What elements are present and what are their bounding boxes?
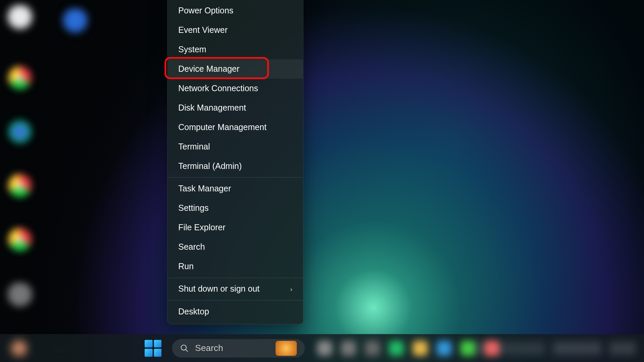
taskbar: Search — [0, 334, 644, 362]
winx-context-menu: Installed appsMobility CenterPower Optio… — [167, 0, 303, 324]
menu-item-label: Device Manager — [178, 64, 239, 74]
winx-item-network-connections[interactable]: Network Connections — [168, 79, 303, 98]
taskbar-system-tray[interactable] — [474, 342, 636, 355]
winx-item-disk-management[interactable]: Disk Management — [168, 98, 303, 118]
taskbar-app-icon[interactable] — [341, 341, 356, 356]
menu-item-label: System — [178, 45, 206, 54]
taskbar-search[interactable]: Search — [172, 339, 305, 357]
winx-item-terminal[interactable]: Terminal — [168, 137, 303, 157]
winx-item-task-manager[interactable]: Task Manager — [168, 179, 303, 198]
desktop-icon[interactable] — [60, 8, 91, 39]
taskbar-app-icon[interactable] — [365, 341, 380, 356]
chevron-right-icon: › — [290, 286, 292, 293]
winx-item-computer-management[interactable]: Computer Management — [168, 118, 303, 137]
search-icon — [180, 344, 189, 352]
menu-separator — [168, 177, 303, 178]
menu-item-label: Settings — [178, 203, 209, 213]
svg-point-0 — [181, 345, 186, 350]
desktop-icon[interactable] — [4, 282, 35, 313]
svg-line-1 — [185, 349, 188, 352]
taskbar-left-area — [0, 334, 93, 362]
desktop-wallpaper[interactable] — [0, 0, 644, 362]
menu-item-label: Task Manager — [178, 184, 231, 194]
menu-item-label: Desktop — [178, 307, 209, 316]
taskbar-widgets-icon[interactable] — [11, 340, 27, 356]
menu-item-label: Computer Management — [178, 122, 266, 132]
taskbar-pinned-apps — [317, 341, 499, 356]
search-highlight-icon — [276, 341, 297, 356]
taskbar-app-icon[interactable] — [389, 341, 404, 356]
winx-item-power-options[interactable]: Power Options — [168, 1, 303, 20]
winx-item-file-explorer[interactable]: File Explorer — [168, 218, 303, 237]
desktop-icon[interactable] — [8, 66, 32, 89]
taskbar-center: Search — [145, 334, 499, 362]
winx-item-device-manager[interactable]: Device Manager — [168, 59, 303, 79]
taskbar-app-icon[interactable] — [413, 341, 428, 356]
taskbar-app-icon[interactable] — [437, 341, 452, 356]
desktop-icons-column — [4, 4, 35, 313]
taskbar-app-icon[interactable] — [317, 341, 332, 356]
menu-item-label: Run — [178, 262, 194, 272]
menu-item-label: Search — [178, 242, 205, 252]
menu-item-label: Network Connections — [178, 83, 258, 93]
winx-item-desktop[interactable]: Desktop — [168, 302, 303, 321]
menu-item-label: File Explorer — [178, 223, 225, 233]
winx-item-search[interactable]: Search — [168, 237, 303, 257]
menu-separator — [168, 300, 303, 300]
winx-item-settings[interactable]: Settings — [168, 198, 303, 218]
desktop-icon[interactable] — [4, 4, 35, 35]
winx-item-shut-down-or-sign-out[interactable]: Shut down or sign out› — [168, 279, 303, 299]
menu-item-label: Disk Management — [178, 103, 246, 113]
menu-item-label: Power Options — [178, 6, 233, 15]
desktop-icon[interactable] — [8, 174, 32, 197]
winx-item-event-viewer[interactable]: Event Viewer — [168, 20, 303, 40]
menu-item-label: Shut down or sign out — [178, 284, 259, 294]
desktop-icon[interactable] — [8, 120, 32, 143]
menu-item-label: Terminal (Admin) — [178, 161, 241, 171]
winx-item-run[interactable]: Run — [168, 257, 303, 276]
menu-separator — [168, 278, 303, 278]
start-button[interactable] — [145, 340, 161, 356]
winx-item-terminal-admin[interactable]: Terminal (Admin) — [168, 157, 303, 176]
desktop-icon[interactable] — [8, 228, 32, 251]
menu-item-label: Terminal — [178, 142, 210, 152]
menu-item-label: Event Viewer — [178, 25, 227, 35]
taskbar-search-placeholder: Search — [195, 343, 223, 353]
winx-item-system[interactable]: System — [168, 40, 303, 59]
taskbar-app-icon[interactable] — [461, 341, 476, 356]
